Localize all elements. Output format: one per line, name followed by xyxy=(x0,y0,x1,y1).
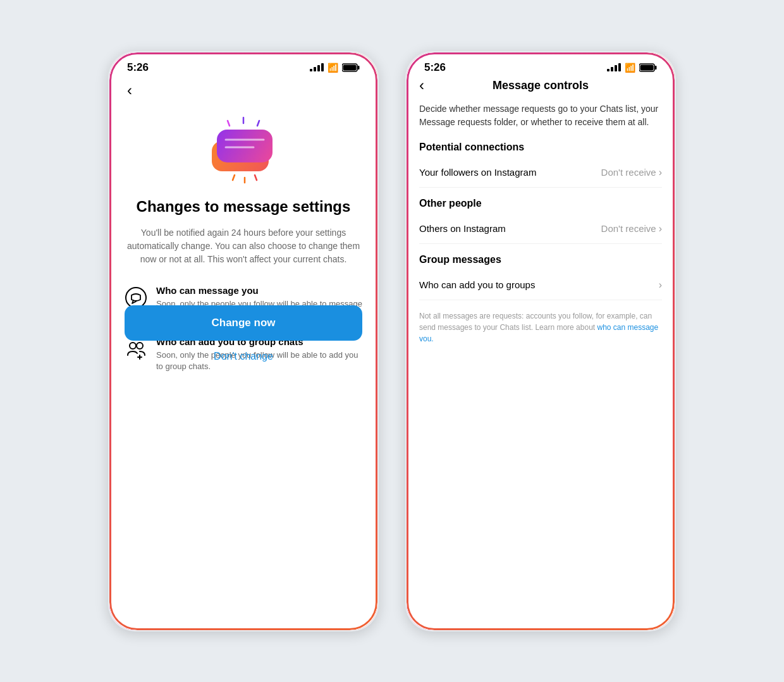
setting-row-groups[interactable]: Who can add you to groups › xyxy=(419,271,662,300)
signal-icon-2 xyxy=(607,63,621,71)
status-bar-1: 5:26 📶 xyxy=(109,52,377,79)
setting-label-followers: Your followers on Instagram xyxy=(419,167,536,178)
svg-point-13 xyxy=(126,288,146,308)
time-display-1: 5:26 xyxy=(127,61,149,74)
chevron-icon-groups: › xyxy=(659,279,662,291)
chevron-icon-others: › xyxy=(659,223,662,234)
change-now-button[interactable]: Change now xyxy=(125,305,362,341)
svg-line-8 xyxy=(255,175,257,180)
setting-value-followers: Don't receive xyxy=(601,167,656,178)
setting-value-others: Don't receive xyxy=(601,223,656,234)
svg-rect-10 xyxy=(217,130,273,162)
status-icons-2: 📶 xyxy=(607,63,657,73)
screen2-title: Message controls xyxy=(493,79,589,92)
time-display-2: 5:26 xyxy=(424,61,446,74)
setting-value-area-others: Don't receive › xyxy=(601,223,662,234)
dont-change-button[interactable]: Don't change xyxy=(214,351,273,362)
battery-icon xyxy=(342,63,360,72)
feature-title-message: Who can message you xyxy=(156,285,362,296)
setting-row-others[interactable]: Others on Instagram Don't receive › xyxy=(419,214,662,244)
section-heading-potential: Potential connections xyxy=(419,142,662,153)
setting-value-area-groups: › xyxy=(656,279,662,291)
setting-label-others: Others on Instagram xyxy=(419,223,506,234)
screen2-header: ‹ Message controls xyxy=(419,79,662,92)
bottom-actions: Change now Don't change xyxy=(125,305,362,362)
svg-rect-2 xyxy=(343,64,357,70)
back-button-1[interactable]: ‹ xyxy=(125,79,135,102)
status-bar-2: 5:26 📶 xyxy=(407,52,675,79)
screen2-description: Decide whether message requests go to yo… xyxy=(419,102,662,129)
footer-note: Not all messages are requests: accounts … xyxy=(419,310,662,344)
message-illustration xyxy=(199,114,288,184)
wifi-icon-2: 📶 xyxy=(625,63,635,73)
battery-icon-2 xyxy=(639,63,657,72)
section-heading-other: Other people xyxy=(419,198,662,209)
svg-line-6 xyxy=(233,175,235,180)
svg-line-4 xyxy=(257,121,259,126)
svg-rect-1 xyxy=(358,66,360,70)
svg-rect-19 xyxy=(655,66,657,70)
setting-value-area-followers: Don't receive › xyxy=(601,167,662,178)
chevron-icon-followers: › xyxy=(659,167,662,178)
status-icons-1: 📶 xyxy=(310,63,360,73)
setting-label-groups: Who can add you to groups xyxy=(419,279,535,290)
setting-row-followers[interactable]: Your followers on Instagram Don't receiv… xyxy=(419,158,662,188)
screen1-phone: 5:26 📶 ‹ xyxy=(107,51,379,632)
section-heading-groups: Group messages xyxy=(419,254,662,265)
signal-icon xyxy=(310,63,324,71)
svg-line-5 xyxy=(228,121,230,126)
screen1-title: Changes to message settings xyxy=(137,197,351,216)
svg-rect-20 xyxy=(640,64,654,70)
back-button-2[interactable]: ‹ xyxy=(419,76,424,94)
wifi-icon: 📶 xyxy=(328,63,338,73)
screen1-description: You'll be notified again 24 hours before… xyxy=(125,226,362,266)
screen2-phone: 5:26 📶 xyxy=(405,51,677,632)
